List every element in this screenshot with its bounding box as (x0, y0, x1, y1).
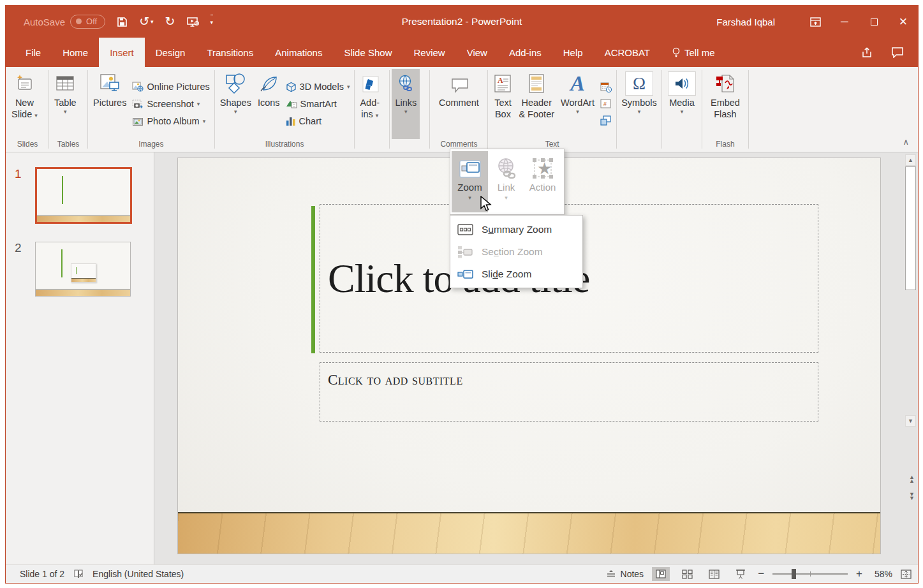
thumb-floor (36, 290, 130, 296)
tab-acrobat[interactable]: ACROBAT (594, 38, 661, 67)
previous-slide-button[interactable]: ▲▲ (909, 475, 915, 483)
vertical-scrollbar-thumb[interactable] (905, 166, 916, 290)
slide-indicator[interactable]: Slide 1 of 2 (20, 569, 64, 579)
undo-button[interactable]: ↺ ▾ (139, 15, 153, 28)
media-button[interactable]: Media ▾ (665, 69, 699, 139)
next-slide-button[interactable]: ▼▼ (909, 492, 915, 500)
signed-in-user[interactable]: Farshad Iqbal (716, 17, 775, 27)
chart-button[interactable]: Chart (283, 113, 353, 130)
wordart-icon: A (570, 73, 585, 94)
reading-view-button[interactable] (705, 567, 723, 582)
zoom-out-button[interactable]: − (758, 568, 764, 580)
slide-thumbnail-panel[interactable]: 1 2 (6, 152, 154, 564)
shapes-button[interactable]: Shapes ▾ (217, 69, 255, 139)
collapse-ribbon-button[interactable]: ∧ (903, 137, 909, 147)
object-button[interactable] (598, 113, 614, 128)
3d-models-button[interactable]: 3D Models ▾ (283, 78, 353, 96)
slide-thumbnail-1[interactable] (35, 167, 132, 224)
share-button[interactable] (861, 47, 875, 59)
icons-button[interactable]: Icons (255, 69, 283, 139)
slide-show-button[interactable] (732, 567, 749, 582)
group-symbols: Ω Symbols ▾ (618, 68, 660, 152)
comments-pane-button[interactable] (891, 47, 904, 58)
slide-sorter-view-button[interactable] (678, 567, 697, 582)
wordart-dropdown-arrow: ▾ (576, 108, 579, 115)
object-icon (600, 115, 612, 126)
thumb-floor (37, 216, 130, 222)
slide-zoom-menu-item[interactable]: Slide Zoom (450, 263, 582, 285)
symbols-button[interactable]: Ω Symbols ▾ (618, 69, 660, 139)
group-label-add-ins (357, 139, 387, 151)
zoom-in-button[interactable]: + (856, 568, 862, 580)
wordart-button[interactable]: A WordArt ▾ (557, 69, 598, 139)
group-divider (48, 70, 49, 149)
embed-flash-button[interactable]: Embed Flash (707, 69, 743, 139)
autosave-pill[interactable]: Off (70, 15, 105, 29)
new-slide-dropdown-arrow: ▾ (34, 112, 38, 119)
maximize-button[interactable] (859, 6, 889, 38)
group-comments: Comment Comments (431, 68, 486, 152)
mouse-cursor (480, 196, 494, 212)
tab-animations[interactable]: Animations (264, 38, 333, 67)
add-ins-button[interactable]: Add- ins ▾ (357, 69, 383, 139)
tab-transitions[interactable]: Transitions (196, 38, 264, 67)
tab-insert[interactable]: Insert (99, 38, 145, 67)
pictures-button[interactable]: Pictures (90, 69, 129, 139)
tab-slide-show[interactable]: Slide Show (333, 38, 402, 67)
close-button[interactable]: × (889, 6, 918, 38)
ribbon-display-options-icon (810, 17, 821, 27)
action-menu-button[interactable]: ★ Action (524, 151, 561, 212)
photo-album-button[interactable]: Photo Album ▾ (129, 113, 212, 130)
new-slide-button[interactable]: New Slide ▾ (8, 69, 41, 139)
online-pictures-button[interactable]: Online Pictures (129, 78, 212, 96)
start-from-beginning-button[interactable] (187, 17, 199, 27)
group-links: Links ▾ (391, 68, 428, 152)
3d-models-icon (286, 82, 297, 92)
smartart-button[interactable]: SmartArt (283, 96, 353, 113)
maximize-icon (871, 18, 878, 26)
summary-zoom-menu-item[interactable]: Summary Zoom (450, 218, 582, 240)
zoom-slider[interactable] (772, 569, 848, 579)
section-zoom-menu-item[interactable]: Section Zoom (450, 240, 582, 263)
comment-button[interactable]: Comment (436, 69, 482, 139)
screenshot-button[interactable]: Screenshot ▾ (129, 96, 212, 113)
language-indicator[interactable]: English (United States) (92, 569, 184, 579)
links-button[interactable]: Links ▾ (392, 69, 420, 139)
redo-button[interactable]: ↻ (165, 15, 175, 28)
group-add-ins: Add- ins ▾ (356, 68, 388, 152)
slide-zoom-icon (457, 269, 473, 279)
table-button[interactable]: Table ▾ (51, 69, 80, 139)
scroll-down-button[interactable]: ▼ (905, 415, 916, 427)
tab-view[interactable]: View (456, 38, 498, 67)
scroll-up-button[interactable]: ▲ (905, 154, 916, 166)
notes-button[interactable]: Notes (606, 569, 644, 579)
minimize-button[interactable]: ─ (830, 6, 859, 38)
tab-file[interactable]: File (15, 38, 52, 67)
date-time-button[interactable] (598, 80, 614, 95)
tab-tell-me[interactable]: Tell me (661, 38, 726, 67)
ribbon-display-options-button[interactable] (801, 6, 830, 38)
save-button[interactable] (117, 17, 128, 27)
subtitle-placeholder[interactable]: Click to add subtitle (320, 362, 818, 422)
group-divider (616, 70, 617, 149)
tab-review[interactable]: Review (402, 38, 455, 67)
tab-home[interactable]: Home (52, 38, 99, 67)
zoom-slider-thumb[interactable] (792, 569, 796, 579)
text-box-button[interactable]: A Text Box (490, 69, 515, 139)
spell-check-button[interactable] (73, 569, 84, 579)
add-ins-icon (360, 71, 380, 96)
normal-view-button[interactable] (652, 567, 670, 581)
tab-add-ins[interactable]: Add-ins (498, 38, 552, 67)
zoom-menu-dropdown-arrow[interactable]: ▾ (468, 195, 471, 201)
tab-help[interactable]: Help (552, 38, 594, 67)
header-footer-button[interactable]: Header & Footer (515, 69, 557, 139)
slide-number-button[interactable]: # (598, 96, 614, 112)
undo-dropdown-arrow[interactable]: ▾ (151, 15, 154, 28)
thumbnail-number: 2 (15, 241, 22, 255)
slide-thumbnail-2[interactable] (35, 242, 131, 297)
zoom-percentage[interactable]: 58% (871, 569, 892, 579)
fit-slide-button[interactable] (901, 570, 912, 579)
customize-qat-button[interactable]: ▾ (210, 15, 214, 29)
autosave-toggle[interactable]: AutoSave Off (24, 15, 105, 29)
tab-design[interactable]: Design (145, 38, 196, 67)
